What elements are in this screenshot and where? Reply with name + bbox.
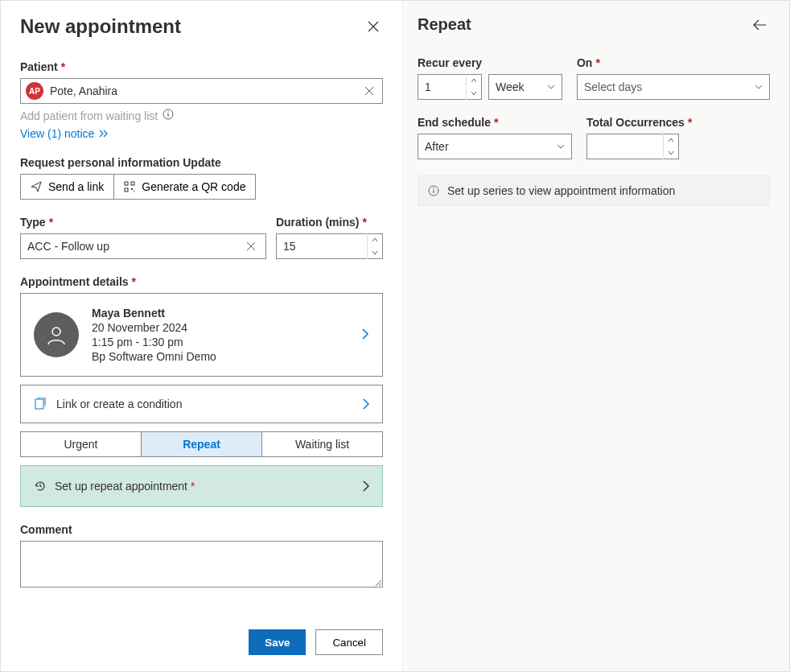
duration-label: Duration (mins)* [276,216,383,229]
request-update-label: Request personal information Update [20,156,383,169]
chevron-right-icon [363,480,369,492]
waiting-list-text: Add patient from waiting list [20,109,158,122]
svg-rect-7 [134,191,134,192]
duration-input[interactable]: 15 [276,233,383,259]
close-icon [364,86,374,96]
duration-down-button[interactable] [368,246,382,259]
page-title: New appointment [20,15,181,38]
appointment-dialog: New appointment Patient* AP Pote, Anahir… [0,0,790,672]
appointment-time: 1:15 pm - 1:30 pm [92,336,348,348]
appointment-card[interactable]: Maya Bennett 20 November 2024 1:15 pm - … [20,293,383,377]
clear-type-button[interactable] [243,238,259,254]
total-occurrences-input[interactable] [586,134,679,159]
svg-rect-5 [125,188,128,192]
svg-rect-2 [168,113,169,117]
recur-count-input[interactable]: 1 [418,74,482,100]
appointment-location: Bp Software Omni Demo [92,350,348,363]
chevron-down-icon [755,85,763,89]
svg-rect-3 [125,182,128,185]
svg-rect-9 [35,399,43,409]
arrow-left-icon [752,19,767,31]
total-up-button[interactable] [664,134,678,146]
end-schedule-select[interactable]: After [418,134,572,159]
chevron-right-icon [361,328,369,343]
clear-patient-button[interactable] [361,83,377,99]
person-icon [45,324,68,346]
patient-label: Patient* [20,60,383,73]
svg-point-1 [167,111,169,113]
info-icon[interactable] [163,109,174,122]
svg-point-8 [52,328,60,336]
chevron-down-icon [668,150,674,155]
close-button[interactable] [364,17,383,36]
appointment-flags-segment: Urgent Repeat Waiting list [20,431,383,457]
recur-up-button[interactable] [467,74,481,87]
chevron-up-icon [668,138,674,142]
generate-qr-button[interactable]: Generate a QR code [114,174,256,200]
chevron-double-right-icon [99,130,109,138]
cancel-button[interactable]: Cancel [315,629,383,655]
type-select[interactable]: ACC - Follow up [20,233,266,259]
back-button[interactable] [749,16,770,34]
appointment-date: 20 November 2024 [92,321,348,334]
qr-icon [124,181,135,192]
save-button[interactable]: Save [249,629,306,655]
comment-label: Comment [20,523,383,536]
on-days-select[interactable]: Select days [577,74,770,100]
repeat-title: Repeat [418,15,471,34]
history-icon [34,480,47,493]
patient-avatar: AP [26,82,43,100]
close-icon [367,20,380,33]
recur-period-select[interactable]: Week [488,74,562,100]
link-condition-row[interactable]: Link or create a condition [20,385,383,423]
patient-chip: AP Pote, Anahira [26,82,117,100]
chevron-right-icon [363,398,369,410]
chevron-down-icon [547,85,555,89]
type-label: Type* [20,216,266,229]
series-info-bar: Set up series to view appointment inform… [418,175,770,206]
details-label: Appointment details* [20,275,383,288]
end-schedule-label: End schedule* [418,116,572,129]
patient-input[interactable]: AP Pote, Anahira [20,78,383,104]
recur-every-label: Recur every [418,56,562,69]
chevron-up-icon [372,237,378,242]
svg-rect-4 [131,182,134,185]
urgent-tab[interactable]: Urgent [21,432,141,456]
svg-point-11 [433,188,434,189]
provider-name: Maya Bennett [92,307,348,320]
condition-icon [34,398,47,410]
recur-down-button[interactable] [467,87,481,100]
send-icon [31,181,42,192]
setup-repeat-row[interactable]: Set up repeat appointment* [20,465,383,507]
close-icon [246,241,256,251]
on-label: On* [577,56,770,69]
comment-textarea[interactable] [20,541,383,587]
info-icon [428,185,439,196]
repeat-panel: Repeat Recur every 1 Week [402,1,789,671]
svg-rect-6 [131,188,133,190]
total-occurrences-label: Total Occurrences* [586,116,770,129]
provider-avatar [34,312,79,357]
chevron-down-icon [471,91,477,96]
patient-name: Pote, Anahira [50,85,117,97]
svg-rect-12 [433,190,434,193]
chevron-down-icon [372,250,378,255]
chevron-down-icon [557,144,565,149]
duration-up-button[interactable] [368,233,382,246]
view-notice-link[interactable]: View (1) notice [20,127,109,140]
chevron-up-icon [471,78,477,83]
send-link-button[interactable]: Send a link [20,174,114,200]
new-appointment-panel: New appointment Patient* AP Pote, Anahir… [1,1,402,671]
waiting-list-tab[interactable]: Waiting list [261,432,382,456]
total-down-button[interactable] [664,146,678,159]
repeat-tab[interactable]: Repeat [141,432,261,456]
